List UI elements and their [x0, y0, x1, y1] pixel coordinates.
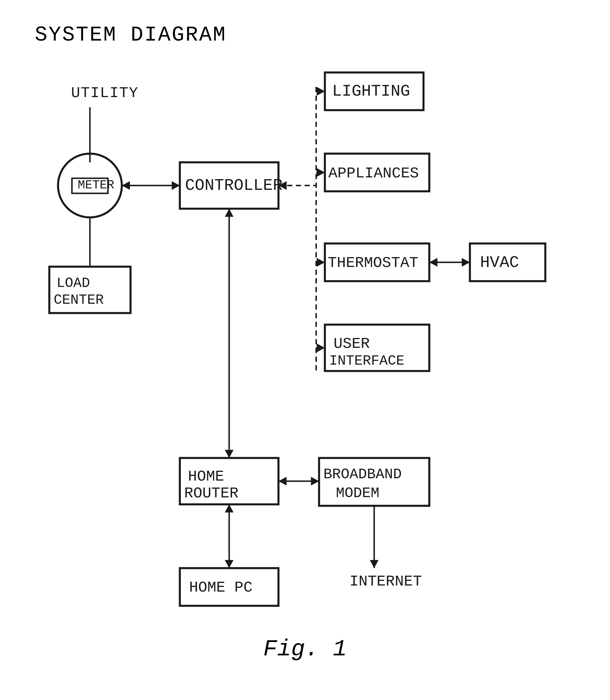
svg-marker-52	[370, 560, 379, 568]
svg-marker-50	[311, 477, 319, 485]
svg-marker-11	[172, 181, 180, 190]
svg-marker-40	[225, 209, 234, 217]
svg-text:HOME: HOME	[188, 468, 224, 485]
svg-text:LOAD: LOAD	[57, 276, 90, 291]
svg-text:USER: USER	[334, 335, 370, 352]
fig-caption: Fig. 1	[263, 636, 347, 662]
svg-text:INTERFACE: INTERFACE	[329, 353, 404, 369]
svg-text:MODEM: MODEM	[336, 485, 380, 501]
svg-marker-28	[317, 258, 325, 267]
svg-text:THERMOSTAT: THERMOSTAT	[328, 254, 418, 271]
svg-marker-33	[462, 258, 470, 267]
svg-marker-41	[225, 450, 234, 458]
svg-marker-32	[429, 258, 437, 267]
svg-marker-56	[225, 560, 234, 568]
svg-marker-55	[225, 504, 234, 513]
svg-text:APPLIANCES: APPLIANCES	[328, 165, 419, 182]
svg-text:UTILITY: UTILITY	[71, 85, 138, 102]
svg-marker-20	[317, 87, 325, 96]
svg-text:CONTROLLER: CONTROLLER	[185, 176, 283, 195]
svg-marker-10	[122, 181, 130, 190]
svg-marker-24	[317, 168, 325, 177]
svg-marker-38	[317, 344, 325, 352]
svg-text:HOME PC: HOME PC	[189, 579, 252, 596]
svg-text:BROADBAND: BROADBAND	[323, 466, 402, 483]
svg-text:ROUTER: ROUTER	[184, 485, 238, 502]
svg-text:METER: METER	[78, 178, 114, 192]
svg-text:HVAC: HVAC	[480, 253, 519, 272]
svg-text:INTERNET: INTERNET	[350, 573, 422, 590]
svg-marker-49	[278, 477, 287, 485]
svg-text:LIGHTING: LIGHTING	[332, 82, 410, 101]
svg-text:CENTER: CENTER	[54, 292, 104, 308]
